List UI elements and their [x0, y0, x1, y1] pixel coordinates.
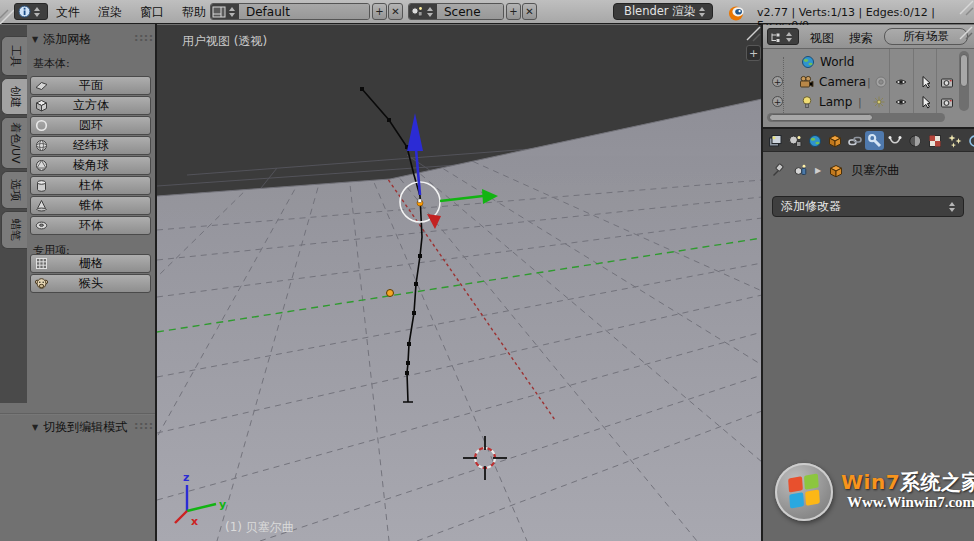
watermark-title: Win7系统之家	[841, 469, 974, 496]
windows-flag-icon	[788, 473, 820, 508]
add-grid-button[interactable]: 栅格	[30, 254, 151, 273]
add-mesh-panel-header[interactable]: ▼ 添加网格	[32, 31, 91, 48]
separator: |	[867, 76, 871, 89]
outliner-item-label[interactable]: Camera	[819, 75, 866, 89]
selectability-cursor-icon[interactable]	[918, 75, 932, 89]
editor-type-selector[interactable]	[14, 3, 48, 20]
primitives-group-label: 基本体:	[33, 56, 70, 71]
menu-render[interactable]: 渲染	[98, 5, 122, 19]
add-cube-button[interactable]: 立方体	[30, 96, 151, 115]
menu-file[interactable]: 文件	[56, 5, 80, 19]
axis-y-label: y	[219, 498, 226, 511]
add-circle-button[interactable]: 圆环	[30, 116, 151, 135]
properties-editor: ▶ 贝塞尔曲 添加修改器 Win7系统之家 Www.Winwin7.com	[763, 129, 974, 541]
outliner-menu-view[interactable]: 视图	[810, 30, 834, 47]
shelf-tab-create[interactable]: 创建	[1, 78, 27, 115]
layout-name-field[interactable]: Default	[239, 4, 369, 19]
monkey-icon	[34, 276, 49, 291]
shelf-tab-grease-pencil[interactable]: 蜡笔	[1, 211, 27, 249]
outliner-row-lamp[interactable]: + Lamp |	[763, 93, 959, 111]
properties-tab-constraints[interactable]	[845, 131, 864, 150]
info-header-bar: 文件 渲染 窗口 帮助 Default + ✕ Scene + ✕ Blende…	[0, 0, 974, 24]
separator: |	[858, 96, 862, 109]
scene-name-field[interactable]: Scene	[437, 4, 503, 19]
properties-tab-material[interactable]	[905, 131, 924, 150]
properties-tab-physics[interactable]	[965, 131, 974, 150]
scrollbar-thumb[interactable]	[960, 54, 968, 87]
add-cylinder-button[interactable]: 柱体	[30, 176, 151, 195]
add-modifier-dropdown[interactable]: 添加修改器	[772, 196, 964, 217]
vertical-scrollbar[interactable]	[959, 51, 969, 111]
object-breadcrumb-icon[interactable]	[828, 163, 844, 179]
menu-window[interactable]: 窗口	[140, 5, 164, 19]
expand-icon[interactable]: +	[772, 76, 783, 87]
breadcrumb-object-name[interactable]: 贝塞尔曲	[851, 162, 899, 179]
loose-vertex[interactable]	[387, 290, 394, 297]
shelf-tab-options[interactable]: 选项	[1, 171, 27, 209]
properties-header	[763, 129, 974, 152]
panel-drag-dots-icon[interactable]: ::::	[134, 31, 154, 44]
editor-type-selector[interactable]	[767, 28, 799, 45]
delete-scene-button[interactable]: ✕	[522, 3, 537, 20]
shelf-tab-shading-uv[interactable]: 着色/UV	[1, 117, 27, 169]
ico-sphere-icon	[34, 158, 49, 173]
visibility-eye-icon[interactable]	[894, 75, 908, 89]
world-icon	[801, 55, 815, 69]
view-name-label: 用户视图 (透视)	[182, 33, 267, 50]
scrollbar-thumb[interactable]	[769, 114, 873, 121]
viewport-canvas[interactable]: z y x	[157, 25, 762, 541]
add-cone-button[interactable]: 锥体	[30, 196, 151, 215]
scene-selector[interactable]: Scene	[408, 3, 504, 20]
camera-data-icon[interactable]	[874, 75, 888, 89]
uv-sphere-icon	[34, 138, 49, 153]
outliner-row-camera[interactable]: + Camera |	[763, 73, 959, 91]
properties-tab-scene[interactable]	[785, 131, 804, 150]
add-layout-button[interactable]: +	[372, 3, 387, 20]
add-scene-button[interactable]: +	[506, 3, 521, 20]
breadcrumb-arrow-icon: ▶	[815, 166, 821, 175]
add-plane-button[interactable]: 平面	[30, 76, 151, 95]
properties-tab-object[interactable]	[825, 131, 844, 150]
visibility-eye-icon[interactable]	[894, 95, 908, 109]
outliner-header: 视图 搜索 所有场景	[763, 25, 974, 49]
outliner-editor: 视图 搜索 所有场景 World + Camera |	[763, 25, 974, 127]
outliner-display-filter[interactable]: 所有场景	[884, 28, 968, 45]
add-torus-button[interactable]: 环体	[30, 216, 151, 235]
add-ico-sphere-button[interactable]: 棱角球	[30, 156, 151, 175]
lamp-data-icon[interactable]	[872, 95, 886, 109]
engine-label: Blender 渲染	[624, 4, 696, 19]
cube-icon	[34, 98, 49, 113]
properties-tab-texture[interactable]	[925, 131, 944, 150]
renderability-camera-icon[interactable]	[940, 75, 954, 89]
properties-tab-world[interactable]	[805, 131, 824, 150]
area-splitter[interactable]	[155, 24, 157, 541]
viewport-3d[interactable]: z y x 用户视图 (透视) (1) 贝塞尔曲 +	[157, 25, 762, 541]
properties-tab-object-data[interactable]	[885, 131, 904, 150]
torus-icon	[34, 218, 49, 233]
outliner-item-label[interactable]: World	[820, 55, 854, 69]
open-sidebar-button[interactable]: +	[746, 45, 761, 61]
add-monkey-button[interactable]: 猴头	[30, 274, 151, 293]
selectability-cursor-icon[interactable]	[918, 95, 932, 109]
expand-icon[interactable]: +	[772, 96, 783, 107]
axis-x-label: x	[191, 515, 198, 528]
menu-help[interactable]: 帮助	[182, 5, 206, 19]
scene-breadcrumb-icon[interactable]	[793, 163, 808, 178]
render-engine-dropdown[interactable]: Blender 渲染	[613, 3, 713, 20]
screen-layout-selector[interactable]: Default	[210, 3, 370, 20]
properties-tab-render-layers[interactable]	[765, 131, 784, 150]
horizontal-scrollbar[interactable]	[767, 113, 945, 122]
properties-tab-modifiers[interactable]	[865, 131, 884, 150]
outliner-row-world[interactable]: World	[763, 53, 959, 71]
outliner-menu-search[interactable]: 搜索	[849, 30, 873, 47]
delete-layout-button[interactable]: ✕	[388, 3, 403, 20]
panel-drag-dots-icon[interactable]: ::::	[134, 419, 154, 432]
properties-tab-particles[interactable]	[945, 131, 964, 150]
edit-mode-panel-header[interactable]: ▼ 切换到编辑模式	[32, 419, 127, 436]
pin-icon[interactable]	[771, 163, 786, 178]
renderability-camera-icon[interactable]	[940, 95, 954, 109]
panel-divider	[0, 413, 157, 415]
shelf-tab-tools[interactable]: 工具	[1, 36, 27, 76]
add-uv-sphere-button[interactable]: 经纬球	[30, 136, 151, 155]
outliner-item-label[interactable]: Lamp	[819, 95, 852, 109]
